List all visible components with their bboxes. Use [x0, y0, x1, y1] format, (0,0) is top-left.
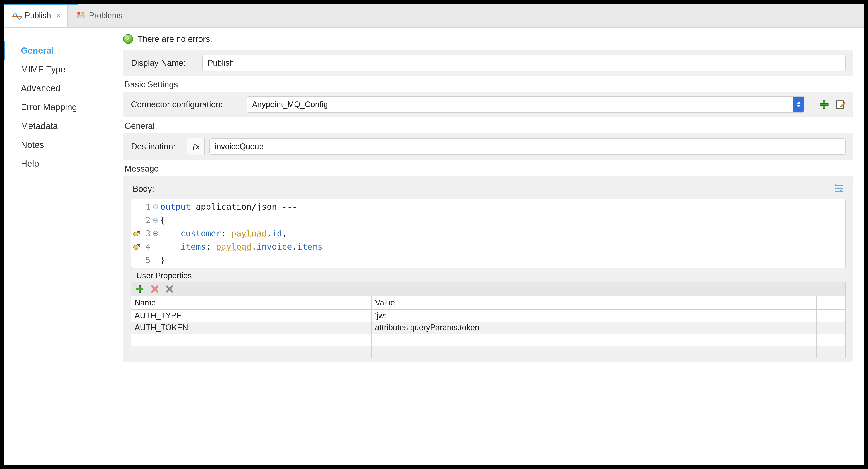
destination-input[interactable]: [210, 138, 846, 155]
fold-icon[interactable]: −: [153, 218, 158, 222]
line-number: 4: [143, 240, 152, 253]
status-row: ✓ There are no errors.: [123, 33, 854, 50]
publish-flow-icon: [12, 10, 22, 22]
user-properties-title: User Properties: [131, 268, 846, 282]
col-value-header[interactable]: Value: [372, 296, 816, 309]
code-line: 3 − customer: payload.id,: [131, 227, 845, 240]
body: General MIME Type Advanced Error Mapping…: [4, 28, 864, 465]
sidebar-item-general[interactable]: General: [4, 41, 112, 60]
connector-config-value: Anypoint_MQ_Config: [252, 100, 328, 109]
tab-publish[interactable]: Publish ✕: [4, 4, 68, 28]
table-row[interactable]: AUTH_TOKEN attributes.queryParams.token: [131, 322, 845, 334]
sidebar-item-metadata[interactable]: Metadata: [4, 117, 112, 135]
line-number: 2: [143, 214, 152, 227]
display-name-input[interactable]: [203, 55, 846, 71]
svg-rect-5: [820, 103, 828, 105]
code-line: 1 − output application/json ---: [131, 200, 845, 214]
prop-name-cell[interactable]: AUTH_TOKEN: [131, 322, 372, 334]
code-line: 5 }: [131, 253, 845, 267]
svg-point-7: [134, 232, 138, 236]
general-section-group: Destination: ƒx: [123, 133, 854, 160]
tab-strip: Publish ✕ Problems: [4, 4, 864, 28]
sidebar-item-notes[interactable]: Notes: [4, 135, 112, 154]
svg-point-1: [78, 11, 81, 14]
col-spacer: [816, 296, 845, 309]
dataweave-expand-icon[interactable]: [834, 183, 844, 195]
prop-value-cell[interactable]: 'jwt': [372, 309, 816, 322]
prop-name-cell[interactable]: AUTH_TYPE: [131, 309, 372, 322]
fx-toggle-button[interactable]: ƒx: [187, 138, 205, 155]
app-frame: Publish ✕ Problems General MIME Type Adv…: [0, 0, 868, 469]
add-config-button[interactable]: [819, 99, 829, 110]
connector-config-dropdown[interactable]: Anypoint_MQ_Config: [247, 96, 804, 113]
basic-settings-title: Basic Settings: [125, 80, 854, 89]
line-number: 1: [143, 200, 152, 214]
line-number: 5: [143, 253, 152, 267]
warning-gutter-icon: [131, 243, 143, 250]
add-property-button[interactable]: [134, 284, 145, 294]
destination-label: Destination:: [131, 142, 182, 151]
dropdown-handle-icon[interactable]: [793, 97, 804, 112]
problems-icon: [76, 10, 86, 22]
line-number: 3: [143, 227, 152, 240]
close-icon[interactable]: ✕: [54, 12, 61, 20]
svg-rect-0: [12, 17, 21, 17]
general-section-title: General: [125, 121, 854, 131]
tab-problems[interactable]: Problems: [68, 4, 129, 28]
sidebar-item-mime-type[interactable]: MIME Type: [4, 60, 112, 79]
col-name-header[interactable]: Name: [131, 296, 372, 309]
svg-point-2: [81, 11, 85, 14]
table-row[interactable]: [131, 334, 845, 346]
display-name-group: Display Name:: [123, 50, 854, 76]
edit-config-button[interactable]: [835, 99, 846, 110]
main-panel: ✓ There are no errors. Display Name: Bas…: [112, 28, 864, 465]
display-name-label: Display Name:: [131, 58, 197, 68]
body-label: Body:: [133, 184, 154, 194]
svg-rect-3: [78, 15, 85, 18]
warning-gutter-icon: [131, 230, 143, 237]
basic-settings-group: Connector configuration: Anypoint_MQ_Con…: [123, 92, 854, 117]
user-properties-toolbar: [131, 282, 845, 296]
sidebar-item-advanced[interactable]: Advanced: [4, 79, 112, 98]
sidebar-item-error-mapping[interactable]: Error Mapping: [4, 98, 112, 117]
tab-publish-label: Publish: [25, 11, 51, 20]
message-group: Body: 1 − output application/json --- 2: [123, 176, 854, 362]
ok-check-icon: ✓: [123, 34, 133, 44]
remove-property-button[interactable]: [150, 284, 160, 294]
fold-icon[interactable]: −: [153, 205, 158, 209]
message-section-title: Message: [125, 164, 854, 174]
prop-value-cell[interactable]: attributes.queryParams.token: [372, 322, 816, 334]
active-tab-highlight: [4, 4, 78, 5]
sidebar-item-help[interactable]: Help: [4, 154, 112, 173]
sidebar: General MIME Type Advanced Error Mapping…: [4, 28, 112, 465]
body-code-editor[interactable]: 1 − output application/json --- 2 − {: [131, 199, 846, 268]
connector-config-label: Connector configuration:: [131, 100, 242, 109]
user-properties-table: Name Value AUTH_TYPE 'jwt': [131, 296, 845, 357]
clear-properties-button[interactable]: [165, 284, 175, 294]
svg-rect-10: [136, 288, 143, 290]
user-properties-box: Name Value AUTH_TYPE 'jwt': [131, 282, 846, 358]
code-line: 2 − {: [131, 214, 845, 227]
svg-point-8: [134, 245, 138, 250]
table-row[interactable]: [131, 346, 845, 357]
fold-icon[interactable]: −: [153, 231, 158, 236]
code-line: 4 items: payload.invoice.items: [131, 240, 845, 253]
status-text: There are no errors.: [137, 34, 212, 44]
tab-problems-label: Problems: [89, 11, 123, 20]
table-row[interactable]: AUTH_TYPE 'jwt': [131, 309, 845, 322]
